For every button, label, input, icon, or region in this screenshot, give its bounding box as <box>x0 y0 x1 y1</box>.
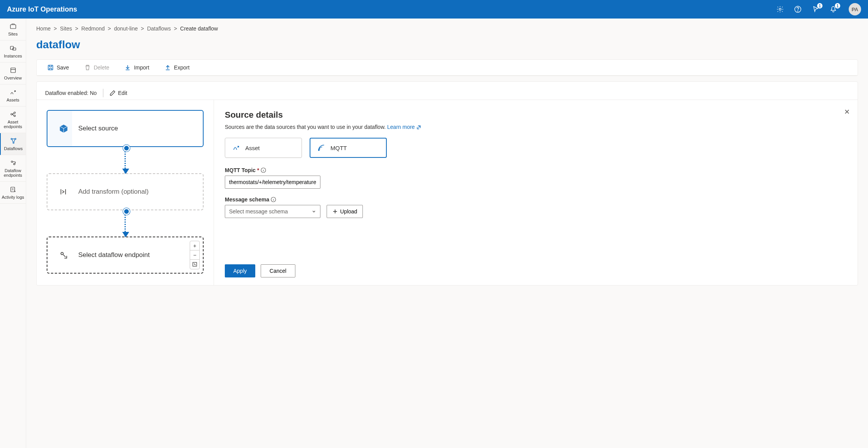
import-icon <box>125 64 131 71</box>
info-icon[interactable] <box>271 197 276 202</box>
rail-label: Dataflows <box>4 146 22 151</box>
status-bar: Dataflow enabled: No Edit <box>37 82 858 100</box>
rail-item-overview[interactable]: Overview <box>0 63 26 85</box>
feedback-badge: 1 <box>817 3 822 8</box>
rail-item-dataflows[interactable]: Dataflows <box>0 133 26 155</box>
asset-endpoints-icon <box>9 110 17 118</box>
mqtt-topic-field: MQTT Topic * <box>225 167 847 189</box>
top-header: Azure IoT Operations 1 1 PA <box>0 0 868 19</box>
notifications-icon[interactable]: 1 <box>829 5 838 14</box>
breadcrumb-current: Create dataflow <box>180 25 218 32</box>
rail-item-instances[interactable]: Instances <box>0 41 26 63</box>
svg-point-2 <box>797 11 798 11</box>
settings-icon[interactable] <box>775 5 785 14</box>
cube-icon <box>58 123 69 134</box>
cancel-button[interactable]: Cancel <box>261 264 295 277</box>
plus-icon <box>332 209 338 214</box>
rail-label: Overview <box>4 76 22 80</box>
breadcrumb-link[interactable]: Redmond <box>81 25 105 32</box>
svg-point-9 <box>14 115 15 117</box>
help-icon[interactable] <box>793 5 802 14</box>
mqtt-topic-input[interactable] <box>225 176 320 189</box>
instances-icon <box>9 44 17 52</box>
svg-point-8 <box>14 112 15 113</box>
dataflows-icon <box>10 137 17 145</box>
breadcrumb-link[interactable]: Sites <box>60 25 72 32</box>
source-type-asset[interactable]: Asset <box>225 138 302 158</box>
sites-icon <box>9 22 17 30</box>
details-description: Sources are the data sources that you wa… <box>225 124 847 130</box>
save-button[interactable]: Save <box>47 64 69 71</box>
svg-point-13 <box>11 161 13 162</box>
activity-logs-icon <box>9 186 17 193</box>
svg-rect-6 <box>11 68 15 73</box>
message-schema-field: Message schema Select message schema Upl… <box>225 196 847 218</box>
rail-item-assets[interactable]: Assets <box>0 85 26 107</box>
left-rail: Sites Instances Overview Assets Asset en… <box>0 19 26 448</box>
breadcrumb: Home> Sites> Redmond> donut-line> Datafl… <box>36 25 858 32</box>
rail-item-sites[interactable]: Sites <box>0 19 26 41</box>
divider <box>103 89 103 97</box>
fit-button[interactable] <box>190 260 199 269</box>
zoom-in-button[interactable]: + <box>190 241 199 250</box>
rail-label: Dataflow endpoints <box>2 168 24 178</box>
zoom-out-button[interactable]: − <box>190 250 199 260</box>
header-actions: 1 1 PA <box>775 3 861 15</box>
mqtt-icon <box>317 144 325 152</box>
endpoint-icon <box>58 250 69 260</box>
status-label: Dataflow enabled: No <box>45 90 97 96</box>
learn-more-link[interactable]: Learn more <box>387 124 421 130</box>
connector <box>125 210 126 237</box>
svg-point-14 <box>13 163 15 165</box>
schema-select[interactable]: Select message schema <box>225 205 320 218</box>
flow-canvas: Select source Add transform (optional) S… <box>37 100 214 285</box>
rail-label: Assets <box>7 98 19 102</box>
toolbar-card: Save Delete Import Export <box>36 59 858 76</box>
breadcrumb-link[interactable]: donut-line <box>114 25 138 32</box>
feedback-icon[interactable]: 1 <box>811 5 820 14</box>
required-indicator: * <box>257 167 259 173</box>
svg-point-19 <box>319 150 319 150</box>
rail-label: Instances <box>4 54 22 58</box>
assets-icon <box>9 88 17 96</box>
toolbar: Save Delete Import Export <box>37 60 858 76</box>
close-icon[interactable]: ✕ <box>844 108 850 116</box>
svg-rect-5 <box>13 48 16 50</box>
svg-point-0 <box>779 8 781 10</box>
node-transform[interactable]: Add transform (optional) <box>47 173 204 210</box>
rail-label: Activity logs <box>2 195 24 199</box>
dataflow-endpoints-icon <box>9 159 17 167</box>
svg-point-17 <box>61 252 63 255</box>
workspace-card: Dataflow enabled: No Edit Select source <box>36 81 858 286</box>
svg-rect-16 <box>48 65 53 70</box>
edit-icon <box>110 90 116 96</box>
breadcrumb-link[interactable]: Dataflows <box>147 25 170 32</box>
source-type-mqtt[interactable]: MQTT <box>310 138 387 158</box>
delete-icon <box>84 64 91 71</box>
transform-icon <box>58 186 69 197</box>
field-label: MQTT Topic <box>225 167 256 173</box>
rail-item-activity-logs[interactable]: Activity logs <box>0 182 26 204</box>
breadcrumb-link[interactable]: Home <box>36 25 51 32</box>
delete-button: Delete <box>84 64 109 71</box>
apply-button[interactable]: Apply <box>225 264 255 277</box>
edit-button[interactable]: Edit <box>110 90 127 96</box>
footer-actions: Apply Cancel <box>225 253 847 277</box>
brand-title: Azure IoT Operations <box>7 5 775 14</box>
svg-rect-15 <box>11 187 15 192</box>
rail-item-dataflow-endpoints[interactable]: Dataflow endpoints <box>0 155 26 182</box>
svg-rect-3 <box>10 25 16 29</box>
rail-label: Sites <box>8 32 17 36</box>
avatar[interactable]: PA <box>849 3 861 15</box>
connector <box>125 147 126 173</box>
field-label: Message schema <box>225 196 269 203</box>
rail-item-asset-endpoints[interactable]: Asset endpoints <box>0 107 26 133</box>
endpoint-controls: + − <box>190 241 200 269</box>
upload-button[interactable]: Upload <box>327 205 363 218</box>
import-button[interactable]: Import <box>125 64 149 71</box>
node-source[interactable]: Select source <box>47 110 204 147</box>
export-button[interactable]: Export <box>165 64 189 71</box>
details-panel: ✕ Source details Sources are the data so… <box>214 100 858 285</box>
node-endpoint[interactable]: Select dataflow endpoint + − <box>47 237 204 274</box>
info-icon[interactable] <box>261 167 266 173</box>
